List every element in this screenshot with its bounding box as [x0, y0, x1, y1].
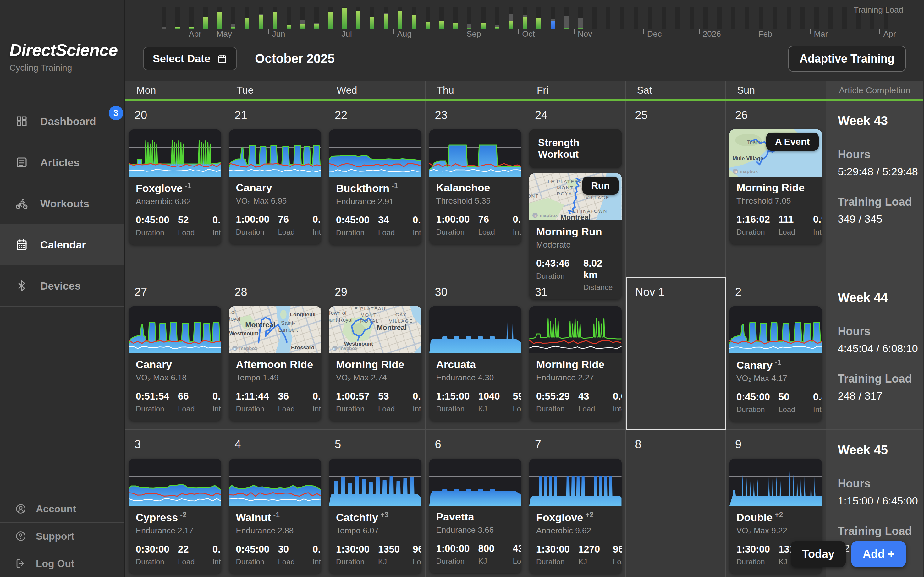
- workout-card[interactable]: KalanchoeThreshold 5.351:00:00Duration76…: [429, 129, 522, 244]
- workout-adjustment: +2: [585, 511, 593, 519]
- stat: 1:00:57Duration: [336, 391, 378, 413]
- stat-value: 0.64: [313, 544, 321, 555]
- sidebar-item-workouts[interactable]: Workouts: [0, 183, 124, 224]
- day-number: 24: [525, 100, 625, 122]
- add-button[interactable]: Add +: [851, 541, 906, 567]
- calendar-cell-31[interactable]: 31Morning RideEndurance 2.270:55:29Durat…: [525, 277, 626, 430]
- workout-card[interactable]: CanaryVO₂ Max 6.951:00:00Duration76Load0…: [229, 129, 321, 244]
- training-load-timeline[interactable]: AprMayJunJulAugSepOctNovDec2026FebMarApr…: [125, 0, 923, 36]
- timeline-month-tick: [574, 29, 575, 34]
- day-number: 23: [426, 100, 525, 122]
- timeline-week-bar: [370, 7, 374, 29]
- activity-card[interactable]: Town of Mount-RoyalLE PLATEAU- MONT- ROY…: [329, 306, 422, 421]
- calendar-cell-8[interactable]: 8: [626, 430, 726, 577]
- calendar-cell-nov-1[interactable]: Nov 1: [626, 277, 726, 430]
- select-date-button[interactable]: Select Date: [143, 47, 237, 70]
- workout-name: Foxglove+2: [536, 511, 615, 524]
- support-icon: [15, 530, 26, 542]
- workout-name: Kalanchoe: [436, 182, 515, 194]
- timeline-week-bar: [620, 7, 625, 29]
- workout-card[interactable]: Foxglove-1Anaerobic 6.820:45:00Duration5…: [129, 129, 221, 245]
- calendar-cell-22[interactable]: 22Buckthorn-1Endurance 2.910:45:00Durati…: [325, 100, 426, 277]
- sidebar-item-label: Dashboard: [40, 115, 96, 127]
- route-map: LE PLATEAU- MONT- ROYALGAY VILLAGECHINAT…: [529, 173, 622, 221]
- day-number: 2: [726, 277, 825, 299]
- day-cards: CanaryVO₂ Max 6.180:51:54Duration66Load0…: [125, 306, 225, 421]
- timeline-week-bar: [258, 7, 263, 29]
- workout-card[interactable]: Canary-1VO₂ Max 4.170:45:00Duration50Loa…: [729, 306, 822, 422]
- stat-label: Duration: [236, 405, 278, 413]
- workout-card[interactable]: PavettaEndurance 3.661:00:00Duration800K…: [429, 459, 522, 573]
- workout-card[interactable]: Walnut-1Endurance 2.880:45:00Duration30L…: [229, 459, 321, 574]
- sidebar-item-support[interactable]: Support: [0, 522, 124, 550]
- sidebar-item-dashboard[interactable]: Dashboard3: [0, 101, 124, 142]
- workout-subtitle: VO₂ Max 4.17: [737, 374, 815, 383]
- workout-card[interactable]: CanaryVO₂ Max 6.180:51:54Duration66Load0…: [129, 306, 221, 421]
- stat: 96Load: [413, 544, 422, 566]
- sidebar-item-account[interactable]: Account: [0, 495, 124, 522]
- activity-card[interactable]: TeanuMuie VillagemmapboxA EventMorning R…: [729, 129, 822, 244]
- stat-label: Intensity: [212, 558, 221, 566]
- calendar-cell-24[interactable]: 24Strength WorkoutLE PLATEAU- MONT- ROYA…: [525, 100, 626, 277]
- calendar-cell-5[interactable]: 5Catchfly+3Tempo 6.071:30:00Duration1350…: [325, 430, 426, 577]
- notification-badge: 3: [109, 106, 123, 120]
- calendar-cell-20[interactable]: 20Foxglove-1Anaerobic 6.820:45:00Duratio…: [125, 100, 225, 277]
- workout-card[interactable]: Buckthorn-1Endurance 2.910:45:00Duration…: [329, 129, 422, 245]
- sidebar-item-logout[interactable]: Log Out: [0, 550, 124, 577]
- calendar-cell-28[interactable]: 28of RoyalMontrealWestmountSaint-Lambert…: [225, 277, 326, 430]
- map-label: Montreal: [377, 323, 407, 333]
- sidebar-item-calendar[interactable]: Calendar: [0, 224, 124, 266]
- calendar-cell-27[interactable]: 27CanaryVO₂ Max 6.180:51:54Duration66Loa…: [125, 277, 225, 430]
- stat-value: 43: [578, 391, 613, 402]
- strength-workout-card[interactable]: Strength Workout: [529, 129, 622, 168]
- workout-card[interactable]: ArcuataEndurance 4.301:15:00Duration1040…: [429, 306, 522, 421]
- calendar-cell-2[interactable]: 2Canary-1VO₂ Max 4.170:45:00Duration50Lo…: [726, 277, 826, 430]
- stat-label: Load: [779, 228, 813, 237]
- activity-card[interactable]: of RoyalMontrealWestmountSaint-LambertLo…: [229, 306, 321, 421]
- stat-value: 66: [178, 391, 212, 402]
- calendar-cell-4[interactable]: 4Walnut-1Endurance 2.880:45:00Duration30…: [225, 430, 326, 577]
- cyclist-icon: [15, 197, 28, 210]
- stat: 1:30:00Duration: [336, 544, 378, 566]
- timeline-week-bar: [175, 7, 180, 29]
- stat-label: Load: [513, 405, 522, 413]
- calendar-cell-25[interactable]: 25: [626, 100, 726, 277]
- logout-icon: [15, 558, 26, 569]
- calendar-cell-30[interactable]: 30ArcuataEndurance 4.301:15:00Duration10…: [426, 277, 526, 430]
- today-button[interactable]: Today: [791, 541, 846, 567]
- sidebar-item-devices[interactable]: Devices: [0, 266, 124, 306]
- calendar-cell-3[interactable]: 3Cypress-2Endurance 2.170:30:00Duration2…: [125, 430, 225, 577]
- workout-subtitle: Endurance 3.66: [436, 525, 515, 535]
- workout-adjustment: +2: [775, 511, 783, 519]
- calendar-icon: [217, 54, 227, 64]
- day-number: 25: [626, 100, 726, 122]
- calendar-cell-7[interactable]: 7Foxglove+2Anaerobic 9.621:30:00Duration…: [525, 430, 626, 577]
- calendar-cell-23[interactable]: 23KalanchoeThreshold 5.351:00:00Duration…: [426, 100, 526, 277]
- timeline-week-bar: [662, 7, 666, 29]
- calendar-cell-6[interactable]: 6PavettaEndurance 3.661:00:00Duration800…: [426, 430, 526, 577]
- stat: 59Load: [513, 391, 522, 413]
- timeline-week-bar: [717, 7, 722, 29]
- day-number: 27: [125, 277, 225, 299]
- workout-subtitle: VO₂ Max 9.22: [737, 526, 815, 535]
- route-map: of RoyalMontrealWestmountSaint-LambertLo…: [229, 306, 321, 353]
- day-number: 26: [726, 100, 825, 122]
- timeline-week-bar: [162, 7, 166, 29]
- adaptive-training-button[interactable]: Adaptive Training: [788, 46, 906, 72]
- workout-card[interactable]: Morning RideEndurance 2.270:55:29Duratio…: [529, 306, 622, 421]
- workout-card[interactable]: Catchfly+3Tempo 6.071:30:00Duration1350K…: [329, 459, 422, 574]
- calendar-cell-29[interactable]: 29Town of Mount-RoyalLE PLATEAU- MONT- R…: [325, 277, 426, 430]
- training-load-value: 349 / 345: [838, 213, 924, 225]
- map-label: Brossard: [291, 344, 315, 351]
- stat-label: Duration: [336, 558, 378, 566]
- stat: 53Load: [378, 391, 413, 413]
- workout-card[interactable]: Cypress-2Endurance 2.170:30:00Duration22…: [129, 459, 221, 574]
- stat-label: Intensity: [212, 405, 221, 413]
- sidebar-item-articles[interactable]: Articles: [0, 142, 124, 183]
- stat-label: Duration: [436, 228, 478, 237]
- workout-card[interactable]: Foxglove+2Anaerobic 9.621:30:00Duration1…: [529, 459, 622, 574]
- stat-label: Duration: [536, 558, 578, 566]
- calendar-cell-26[interactable]: 26TeanuMuie VillagemmapboxA EventMorning…: [726, 100, 826, 277]
- week-summary-week-43: Week 43Hours5:29:48 / 5:29:48Training Lo…: [826, 100, 924, 277]
- calendar-cell-21[interactable]: 21CanaryVO₂ Max 6.951:00:00Duration76Loa…: [225, 100, 326, 277]
